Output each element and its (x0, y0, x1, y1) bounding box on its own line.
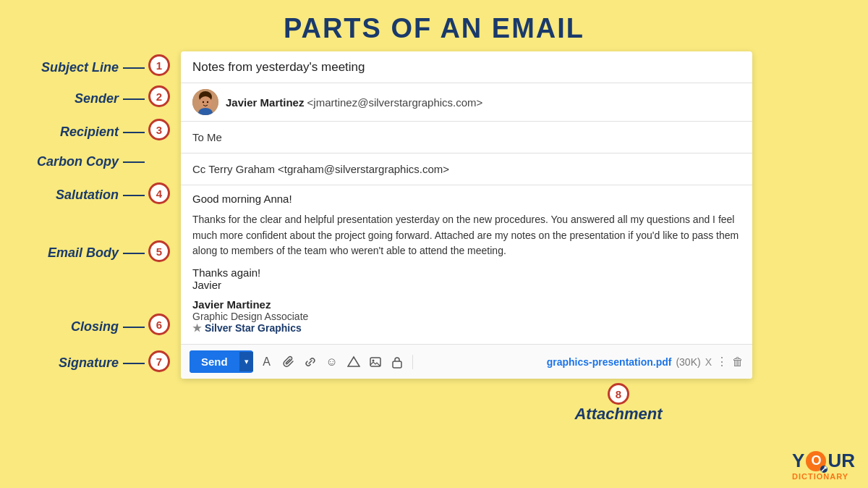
circle-6-pos: 6 (148, 314, 170, 335)
recipient-connector (123, 132, 145, 133)
attachment-info: graphics-presentation.pdf (30K) X ⋮ 🗑 (547, 355, 744, 369)
logo-top-row: Y O UR (792, 450, 855, 472)
sender-label: Sender (75, 91, 119, 106)
sender-name: Javier Martinez (226, 96, 304, 109)
avatar-svg (192, 89, 218, 115)
salutation-label-row: Salutation (14, 188, 145, 203)
closing-line1: Thanks again! (192, 266, 741, 279)
email-body-section: Good morning Anna! Thanks for the clear … (181, 185, 752, 344)
cc-text: Cc Terry Graham <tgraham@silverstargraph… (192, 163, 449, 175)
h-line-8 (123, 363, 145, 364)
sig-name: Javier Martinez (192, 298, 741, 311)
body-text: Thanks for the clear and helpful present… (192, 212, 741, 259)
subject-row: Notes from yesterday's meeting (181, 51, 752, 83)
attachment-menu-icon[interactable]: ⋮ (716, 355, 728, 369)
toolbar-row: Send ▾ A ☺ (181, 344, 752, 379)
email-panel: Notes from yesterday's meeting (174, 51, 846, 424)
circle-6: 6 (148, 314, 170, 335)
signature-connector (123, 363, 145, 364)
circle-2: 2 (148, 85, 170, 107)
drive-icon[interactable] (346, 354, 362, 370)
sender-email-addr: <jmartinez@silverstargraphics.com> (307, 96, 483, 109)
circle-1: 1 (148, 54, 170, 76)
h-line-5 (123, 195, 145, 196)
cc-connector (123, 161, 145, 163)
send-dropdown-button[interactable]: ▾ (239, 352, 253, 371)
subject-line-connector (123, 67, 145, 69)
circle-4: 4 (148, 182, 170, 204)
attachment-label: Attachment (574, 405, 662, 424)
attachment-filename[interactable]: graphics-presentation.pdf (547, 356, 672, 368)
closing-label: Closing (71, 319, 119, 335)
svg-point-8 (372, 359, 374, 361)
labels-area: Subject Line Sender Recipient Carbon Cop… (14, 51, 145, 428)
circle-2-pos: 2 (148, 85, 170, 107)
page-title: PARTS OF AN EMAIL (0, 0, 868, 51)
attachment-trash-icon[interactable]: 🗑 (732, 356, 744, 369)
subject-line-label-row: Subject Line (14, 60, 145, 75)
logo-dictionary: DICTIONARY (792, 472, 848, 481)
signature-label: Signature (59, 356, 119, 371)
sender-info: Javier Martinez <jmartinez@silverstargra… (226, 96, 482, 109)
closing-connector (123, 327, 145, 328)
logo-y: Y (792, 450, 804, 472)
sig-company-name: Silver Star Graphics (205, 322, 302, 334)
emoji-icon[interactable]: ☺ (324, 354, 340, 370)
salutation-connector (123, 195, 145, 196)
circles-area: 1 2 3 4 5 6 7 (145, 51, 174, 428)
signature-label-row: Signature (14, 356, 145, 371)
email-content: Notes from yesterday's meeting (181, 51, 752, 379)
circle-8: 8 (608, 383, 629, 405)
svg-marker-6 (348, 357, 359, 366)
h-line-7 (123, 327, 145, 328)
attachment-number-row: 8 (608, 382, 629, 405)
subject-line-label: Subject Line (41, 60, 119, 75)
photo-icon[interactable] (367, 354, 383, 370)
subject-text: Notes from yesterday's meeting (192, 60, 365, 75)
svg-rect-9 (393, 361, 401, 368)
email-body-label: Email Body (48, 245, 119, 261)
h-line-1 (123, 67, 145, 69)
logo-o-circle: O (806, 451, 826, 471)
logo-block: Y O UR DICTIONARY (792, 450, 855, 481)
recipient-label: Recipient (60, 125, 119, 140)
circle-7-pos: 7 (148, 350, 170, 372)
toolbar-divider (412, 355, 413, 369)
avatar (192, 89, 218, 115)
h-line-6 (123, 253, 145, 254)
circle-1-pos: 1 (148, 54, 170, 76)
recipient-row: To Me (181, 122, 752, 153)
body-connector (123, 253, 145, 254)
main-layout: Subject Line Sender Recipient Carbon Cop… (0, 51, 868, 428)
send-btn-group[interactable]: Send ▾ (190, 350, 253, 373)
closing-line2: Javier (192, 279, 741, 291)
sender-row: Javier Martinez <jmartinez@silverstargra… (181, 83, 752, 122)
svg-point-5 (207, 101, 208, 103)
circle-4-pos: 4 (148, 182, 170, 204)
circle-7: 7 (148, 350, 170, 372)
circle-5-pos: 5 (148, 240, 170, 262)
send-button[interactable]: Send (190, 350, 239, 373)
attachment-label-area: 8 Attachment (174, 382, 846, 424)
h-line-3 (123, 132, 145, 133)
logo-pencil-dot (820, 466, 827, 473)
svg-point-4 (203, 101, 204, 103)
attachment-close-icon[interactable]: X (705, 356, 712, 368)
h-line-4 (123, 161, 145, 163)
font-icon[interactable]: A (259, 354, 275, 370)
email-body-label-row: Email Body (14, 245, 145, 261)
sig-star: ★ (192, 322, 202, 334)
recipient-text: To Me (192, 131, 222, 143)
attachment-icon[interactable] (281, 354, 297, 370)
sig-company-line: ★ Silver Star Graphics (192, 322, 741, 334)
closing-block: Thanks again! Javier (192, 266, 741, 291)
link-icon[interactable] (302, 354, 318, 370)
sender-connector (123, 98, 145, 100)
svg-point-2 (199, 96, 212, 109)
sender-label-row: Sender (14, 91, 145, 106)
h-line-2 (123, 98, 145, 100)
circle-3: 3 (148, 119, 170, 140)
sig-title: Graphic Design Associate (192, 311, 741, 322)
lock-icon[interactable] (389, 354, 405, 370)
salutation-text: Good morning Anna! (192, 193, 741, 205)
